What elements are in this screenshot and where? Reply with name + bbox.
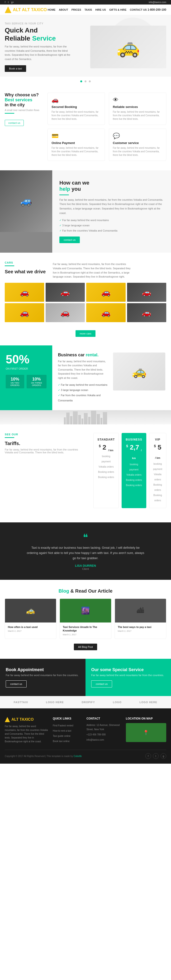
footer-links-list: Find Fastest rented How to rent a taxi T…: [53, 723, 82, 744]
why-card-1: 👁 Reliable services Far far away, behind…: [109, 92, 166, 125]
footer-quick-links: QUICK LINKS Find Fastest rented How to r…: [53, 717, 82, 744]
footer-copyright-text: Copyright © 2017 All Rights Reserved | T…: [5, 755, 73, 757]
tariff-business-feat-2: Booking orders: [126, 477, 142, 483]
tariff-business-value: 2,7: [130, 444, 139, 451]
footer-twitter-icon[interactable]: t: [153, 753, 159, 759]
blog-content-0: How often is a taxi used March 2, 2017: [5, 622, 56, 635]
footer-copyright: Copyright © 2017 All Rights Reserved | T…: [5, 755, 82, 757]
book-service-section: Book Appointment Far far away behind the…: [0, 659, 171, 696]
footer-facebook-icon[interactable]: f: [145, 753, 151, 759]
why-subtext: A small river named Duden flows: [5, 109, 43, 111]
car-thumb-6: 🚗: [86, 303, 126, 322]
blog-label: Blog: [58, 588, 69, 593]
discount-extra-1-num: 10%: [8, 377, 21, 382]
why-heading: Why choose us?: [5, 92, 43, 97]
tariffs-divider: [5, 437, 14, 438]
footer-logo-icon: [5, 717, 10, 722]
hero-title-accent: Service: [32, 35, 56, 42]
reliable-services-icon: 👁: [113, 97, 162, 103]
footer-map[interactable]: 📍: [126, 723, 166, 742]
tariff-standart-price: $ 2 / km: [97, 444, 115, 452]
blog-content-2: The best ways to pay a taxi March 2, 201…: [115, 622, 166, 635]
nav-prices[interactable]: PRICES: [72, 8, 81, 11]
car-thumb-0: 🚗: [5, 283, 44, 302]
help-list-item-1: 3 large language ocean: [59, 223, 164, 228]
car-thumb-7: 🚗: [127, 303, 166, 322]
discount-title: Business car rental.: [58, 353, 108, 358]
hero-section: TAXI SERVICE IN YOUR CITY Quick And Reli…: [0, 15, 171, 76]
blog-img-2: 🏙: [115, 599, 166, 622]
hero-dot-2[interactable]: [85, 80, 86, 82]
nav-hire[interactable]: HIRE US: [95, 8, 106, 11]
tariff-vip-features: booking payment Vokalia orders Booking o…: [153, 461, 162, 503]
building-8: [88, 417, 91, 425]
why-left-text: Why choose us? Best services in the city…: [5, 92, 43, 161]
blog-card-2: 🏙 The best ways to pay a taxi March 2, 2…: [115, 598, 166, 639]
book-cta-button[interactable]: contact us: [6, 680, 27, 687]
header: ALT ALT TAXICO HOME ABOUT PRICES TAXIS H…: [0, 5, 171, 15]
discount-extra-2: 10% ON THREE ORDERS: [27, 375, 46, 388]
cars-section: Cars See what we drive Far far away, beh…: [0, 253, 171, 345]
blog-content-1: Taxi Services Unsafe In The Knowledge Ma…: [60, 622, 111, 639]
footer-link-1[interactable]: How to rent a taxi: [53, 728, 82, 733]
tariff-business-currency: $: [126, 444, 128, 448]
nav-home[interactable]: HOME: [48, 8, 56, 11]
facebook-link[interactable]: f: [5, 1, 5, 3]
footer-link-2[interactable]: Taxi guide online: [53, 733, 82, 739]
why-contact-button[interactable]: contact us: [5, 120, 24, 126]
tariff-standart: STANDART $ 2 / km booking payment Vokali…: [93, 433, 119, 508]
footer: ALT TAXICO Far far away, behind the word…: [0, 708, 171, 764]
nav-gifts[interactable]: GIFTS & HIRE: [109, 8, 126, 11]
footer-logo-brand: TAXICO: [19, 718, 34, 721]
blog-grid: 🚕 How often is a taxi used March 2, 2017…: [5, 598, 166, 639]
building-3: [70, 416, 72, 425]
footer-link-0[interactable]: Find Fastest rented: [53, 723, 82, 728]
footer-email: info@taxico.com: [86, 738, 121, 742]
help-cta-button[interactable]: contact us: [59, 237, 80, 243]
nav-contact[interactable]: CONTACT US: [130, 8, 147, 11]
tariff-vip-value: 5: [158, 444, 161, 451]
hero-cta-button[interactable]: Book a taxi: [5, 65, 26, 72]
testimonial-section: ❝ Taxi is exactly what our business has …: [0, 522, 171, 579]
tariff-standart-currency: $: [99, 444, 101, 448]
hero-title-reliable: Reliable: [5, 35, 30, 42]
partner-3: LOGO: [113, 701, 121, 704]
footer-google-icon[interactable]: g: [161, 753, 166, 759]
hero-description: Far far away, behind the word mountains,…: [5, 45, 71, 61]
google-link[interactable]: g+: [11, 1, 14, 3]
footer-logo-accent: ALT: [11, 718, 19, 721]
hero-dot-1[interactable]: [80, 80, 82, 82]
testimonial-name: LISA DURREN: [5, 564, 166, 568]
hero-dot-3[interactable]: [89, 80, 91, 82]
footer-logo: ALT TAXICO: [5, 717, 48, 722]
tariff-standart-feat-0: booking payment: [97, 454, 115, 464]
twitter-link[interactable]: t: [8, 1, 9, 3]
nav-taxis[interactable]: TAXIS: [85, 8, 92, 11]
discount-extra-1: 10% ON TWO ORDERS: [6, 375, 24, 388]
logo-icon: [5, 6, 11, 13]
footer-logo-text: ALT TAXICO: [11, 718, 34, 722]
tariffs-header: See Our Tariffs. Far far away, behind th…: [5, 433, 166, 508]
map-pin-icon: 📍: [143, 730, 149, 735]
tariff-vip-price: $ 5 / km: [153, 444, 162, 459]
tariffs-header-left: See Our Tariffs. Far far away, behind th…: [5, 433, 86, 508]
help-image: 🚙: [0, 170, 52, 253]
footer-contact: CONTACT Address: 12 Avenue, Sherwood Str…: [86, 717, 121, 744]
why-card-0-desc: Far far away, behind the word mountains,…: [51, 110, 101, 121]
blog-more-button[interactable]: All Blog Post: [74, 644, 97, 650]
car-thumb-1: 🚗: [46, 283, 85, 302]
social-links: f t g+: [5, 1, 16, 3]
car-thumb-2: 🚗: [86, 283, 126, 302]
why-card-1-title: Reliable services: [113, 105, 162, 109]
partner-0: FASTTAXI: [14, 701, 28, 704]
footer-link-3[interactable]: Book taxi online: [53, 739, 82, 744]
why-card-0: 🚗 Secured Booking Far far away, behind t…: [48, 92, 105, 125]
special-cta-button[interactable]: contact us: [91, 680, 112, 687]
nav-about[interactable]: ABOUT: [59, 8, 68, 11]
blog-heading: Blog & Read Our Article: [5, 588, 166, 594]
why-section: Why choose us? Best services in the city…: [0, 83, 171, 170]
book-description: Far far away behind the word mountains f…: [6, 674, 80, 676]
cars-more-button[interactable]: more cars: [75, 330, 96, 337]
car-thumb-3: 🚗: [127, 283, 166, 302]
hero-car-emoji: 🚕: [117, 36, 140, 58]
